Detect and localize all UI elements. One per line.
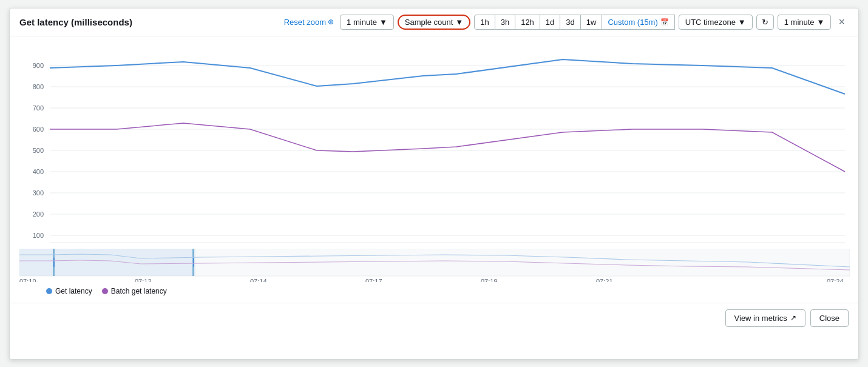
modal-container: Get latency (milliseconds) Reset zoom ⊕ …	[9, 8, 859, 360]
time-range-3d[interactable]: 3d	[560, 15, 580, 30]
time-range-group: 1h 3h 12h 1d 3d 1w Custom (15m) 📅	[474, 15, 675, 30]
grid-lines	[50, 66, 845, 243]
interval-button[interactable]: 1 minute ▼	[778, 15, 832, 30]
time-range-custom[interactable]: Custom (15m) 📅	[602, 15, 674, 30]
main-chart-svg: 900 800 700 600 500 400 300 200 100	[19, 42, 850, 249]
header-controls: Reset zoom ⊕ 1 minute ▼ Sample count ▼ 1…	[282, 15, 849, 30]
time-range-1d[interactable]: 1d	[540, 15, 560, 30]
chevron-down-icon: ▼	[379, 18, 387, 27]
svg-text:400: 400	[33, 168, 44, 175]
refresh-button[interactable]: ↻	[756, 15, 774, 30]
custom-label: Custom (15m)	[608, 18, 657, 27]
legend-label-get-latency: Get latency	[55, 287, 92, 295]
svg-text:700: 700	[33, 104, 44, 112]
modal-footer: View in metrics ↗ Close	[10, 303, 858, 333]
svg-text:07:19: 07:19	[481, 278, 498, 282]
chart-legend: Get latency Batch get latency	[10, 282, 858, 303]
svg-rect-34	[53, 258, 55, 267]
mini-chart-svg[interactable]: 07:10 07:12 07:14 07:17 07:19 07:21 07:2…	[19, 249, 850, 282]
svg-text:07:12: 07:12	[135, 278, 152, 282]
time-granularity-button[interactable]: 1 minute ▼	[340, 15, 394, 30]
legend-label-batch-latency: Batch get latency	[111, 287, 167, 295]
svg-text:07:17: 07:17	[365, 278, 382, 282]
modal-title: Get latency (milliseconds)	[19, 17, 132, 27]
time-range-1h[interactable]: 1h	[474, 15, 495, 30]
svg-text:100: 100	[33, 232, 44, 239]
time-range-1w[interactable]: 1w	[581, 15, 603, 30]
svg-text:300: 300	[33, 189, 44, 197]
main-chart-area: 900 800 700 600 500 400 300 200 100	[10, 36, 858, 249]
refresh-icon: ↻	[762, 18, 768, 27]
chevron-down-icon-tz: ▼	[738, 18, 746, 27]
calendar-icon: 📅	[660, 18, 669, 26]
get-latency-line	[50, 59, 845, 94]
svg-text:900: 900	[33, 62, 44, 69]
batch-get-latency-line	[50, 123, 845, 172]
legend-dot-get-latency	[46, 288, 52, 294]
svg-text:200: 200	[33, 210, 44, 218]
timezone-label: UTC timezone	[685, 18, 736, 27]
close-button[interactable]: Close	[810, 309, 849, 327]
legend-item-batch-latency: Batch get latency	[102, 287, 167, 295]
modal-header: Get latency (milliseconds) Reset zoom ⊕ …	[10, 8, 858, 36]
reset-zoom-label: Reset zoom	[284, 18, 326, 27]
timezone-button[interactable]: UTC timezone ▼	[679, 15, 753, 30]
time-granularity-label: 1 minute	[347, 18, 377, 27]
time-range-12h[interactable]: 12h	[515, 15, 540, 30]
view-metrics-label: View in metrics	[734, 314, 787, 323]
y-axis: 900 800 700 600 500 400 300 200 100	[33, 62, 44, 239]
svg-text:800: 800	[33, 83, 44, 90]
svg-text:600: 600	[33, 126, 44, 133]
reset-zoom-button[interactable]: Reset zoom ⊕	[282, 16, 336, 28]
svg-text:07:21: 07:21	[596, 278, 613, 282]
svg-text:07:10: 07:10	[19, 278, 36, 282]
modal-close-button[interactable]: ×	[835, 15, 849, 29]
svg-text:500: 500	[33, 147, 44, 154]
close-icon: ×	[838, 16, 845, 28]
svg-text:07:14: 07:14	[250, 278, 267, 282]
mini-chart-container: 07:10 07:12 07:14 07:17 07:19 07:21 07:2…	[10, 249, 858, 282]
legend-item-get-latency: Get latency	[46, 287, 92, 295]
svg-text:07:24: 07:24	[827, 278, 844, 282]
time-range-3h[interactable]: 3h	[495, 15, 515, 30]
chevron-down-icon-sample: ▼	[455, 18, 463, 27]
interval-label: 1 minute	[784, 18, 815, 27]
view-metrics-button[interactable]: View in metrics ↗	[725, 309, 805, 327]
svg-rect-32	[19, 249, 195, 276]
chevron-down-icon-interval: ▼	[817, 18, 825, 27]
legend-dot-batch-latency	[102, 288, 108, 294]
zoom-icon: ⊕	[328, 18, 334, 26]
svg-rect-36	[193, 258, 194, 267]
sample-count-button[interactable]: Sample count ▼	[398, 15, 470, 30]
sample-count-label: Sample count	[405, 18, 453, 27]
external-link-icon: ↗	[790, 314, 796, 322]
